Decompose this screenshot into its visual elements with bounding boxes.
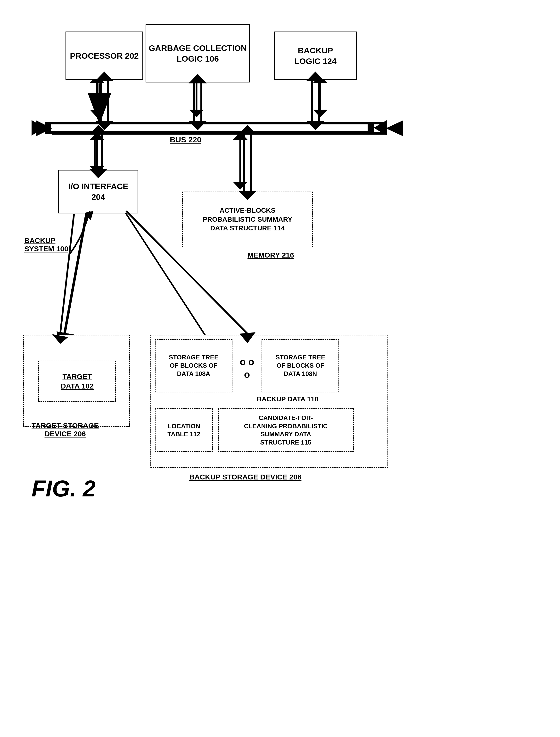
target-storage-box: TARGETDATA 102 bbox=[23, 335, 130, 427]
svg-marker-35 bbox=[95, 121, 114, 130]
svg-marker-43 bbox=[306, 121, 325, 130]
svg-marker-46 bbox=[36, 121, 52, 136]
processor-box: PROCESSOR 202 bbox=[66, 32, 143, 80]
svg-marker-13 bbox=[313, 110, 328, 117]
svg-line-24 bbox=[63, 199, 90, 345]
backup-system-label: BACKUPSYSTEM 100 bbox=[24, 237, 68, 253]
memory-label: MEMORY 216 bbox=[247, 251, 294, 259]
svg-marker-47 bbox=[386, 121, 403, 136]
backup-storage-box: STORAGE TREEOF BLOCKS OFDATA 108A o o o … bbox=[150, 335, 388, 468]
target-data-box: TARGETDATA 102 bbox=[38, 361, 116, 402]
svg-line-56 bbox=[60, 214, 74, 334]
diagram: PROCESSOR 202 GARBAGE COLLECTIONLOGIC 10… bbox=[0, 0, 560, 737]
backup-storage-label: BACKUP STORAGE DEVICE 208 bbox=[189, 473, 301, 481]
location-table-box: LOCATIONTABLE 112 bbox=[155, 408, 213, 452]
active-blocks-box: ACTIVE-BLOCKSPROBABILISTIC SUMMARYDATA S… bbox=[182, 192, 313, 247]
figure-label: FIG. 2 bbox=[32, 475, 96, 502]
svg-marker-22 bbox=[233, 132, 247, 140]
svg-marker-10 bbox=[189, 110, 204, 117]
svg-marker-50 bbox=[89, 125, 107, 134]
svg-marker-23 bbox=[233, 182, 247, 190]
svg-marker-19 bbox=[90, 132, 104, 140]
svg-marker-16 bbox=[32, 120, 45, 136]
svg-marker-54 bbox=[238, 125, 257, 134]
ellipsis: o o o bbox=[237, 356, 257, 381]
candidate-box: CANDIDATE-FOR-CLEANING PROBABILISTICSUMM… bbox=[218, 408, 354, 452]
svg-marker-7 bbox=[90, 110, 104, 117]
backup-data-label: BACKUP DATA 110 bbox=[257, 395, 318, 403]
svg-line-26 bbox=[62, 199, 89, 346]
bus-label: BUS 220 bbox=[170, 135, 201, 144]
garbage-collection-box: GARBAGE COLLECTIONLOGIC 106 bbox=[146, 24, 250, 82]
io-interface-box: I/O INTERFACE204 bbox=[58, 170, 138, 214]
backup-logic-box: BACKUPLOGIC 124 bbox=[274, 32, 357, 80]
svg-marker-39 bbox=[189, 121, 207, 130]
storage-tree-a-box: STORAGE TREEOF BLOCKS OFDATA 108A bbox=[155, 339, 232, 392]
storage-tree-n-box: STORAGE TREEOF BLOCKS OFDATA 108N bbox=[262, 339, 339, 392]
target-storage-label: TARGET STORAGEDEVICE 206 bbox=[32, 421, 99, 438]
svg-marker-17 bbox=[374, 120, 387, 136]
